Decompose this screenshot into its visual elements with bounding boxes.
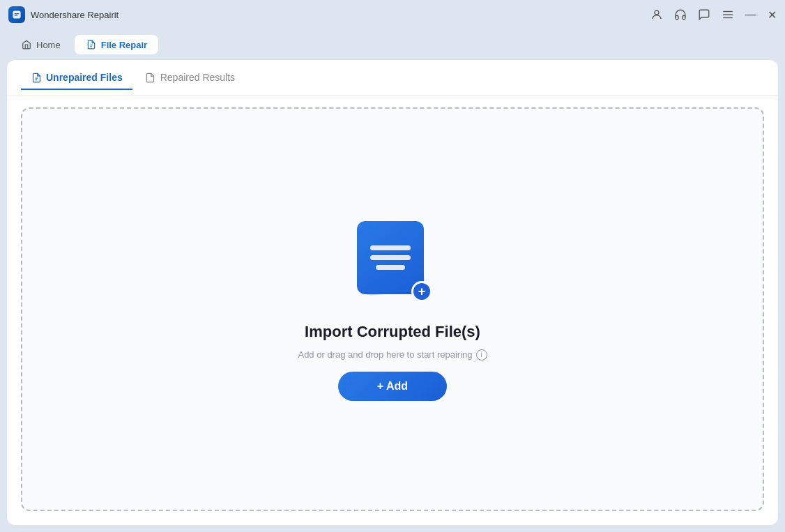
app-icon	[8, 6, 25, 23]
main-area: Unrepaired Files Repaired Results + Impo…	[7, 60, 778, 525]
file-front	[357, 221, 424, 294]
close-button[interactable]: ✕	[768, 8, 777, 22]
title-bar: Wondershare Repairit	[0, 0, 785, 29]
title-bar-left: Wondershare Repairit	[8, 6, 119, 23]
import-title: Import Corrupted File(s)	[305, 323, 480, 341]
nav-tab-file-repair-label: File Repair	[101, 40, 147, 50]
tab-repaired-label: Repaired Results	[160, 72, 235, 83]
tab-unrepaired-label: Unrepaired Files	[46, 72, 123, 83]
plus-badge: +	[411, 281, 432, 302]
app-title: Wondershare Repairit	[31, 10, 119, 20]
tab-unrepaired-files[interactable]: Unrepaired Files	[21, 66, 132, 90]
add-button[interactable]: + Add	[338, 372, 447, 401]
file-illustration: +	[347, 218, 438, 309]
nav-bar: Home File Repair	[0, 29, 785, 60]
import-subtitle-text: Add or drag and drop here to start repai…	[298, 349, 472, 360]
nav-tab-home-label: Home	[36, 40, 61, 50]
minimize-button[interactable]: —	[745, 8, 756, 21]
tabs-row: Unrepaired Files Repaired Results	[7, 60, 778, 96]
repaired-tab-icon	[145, 72, 156, 83]
info-icon[interactable]: i	[476, 349, 487, 360]
file-line-3	[376, 265, 405, 270]
file-line-2	[370, 255, 411, 260]
tab-repaired-results[interactable]: Repaired Results	[135, 66, 245, 90]
file-line-1	[370, 245, 411, 250]
nav-tab-home[interactable]: Home	[10, 35, 72, 54]
import-subtitle: Add or drag and drop here to start repai…	[298, 349, 487, 360]
svg-point-1	[655, 10, 659, 15]
title-bar-right: — ✕	[650, 8, 777, 22]
home-icon	[21, 39, 32, 50]
chat-icon[interactable]	[698, 8, 710, 21]
file-repair-icon	[86, 39, 97, 50]
menu-icon[interactable]	[722, 8, 734, 21]
nav-tab-file-repair[interactable]: File Repair	[75, 35, 158, 54]
support-icon[interactable]	[674, 8, 687, 21]
user-icon[interactable]	[650, 8, 663, 21]
drop-zone[interactable]: + Import Corrupted File(s) Add or drag a…	[21, 107, 764, 511]
unrepaired-tab-icon	[31, 72, 42, 83]
